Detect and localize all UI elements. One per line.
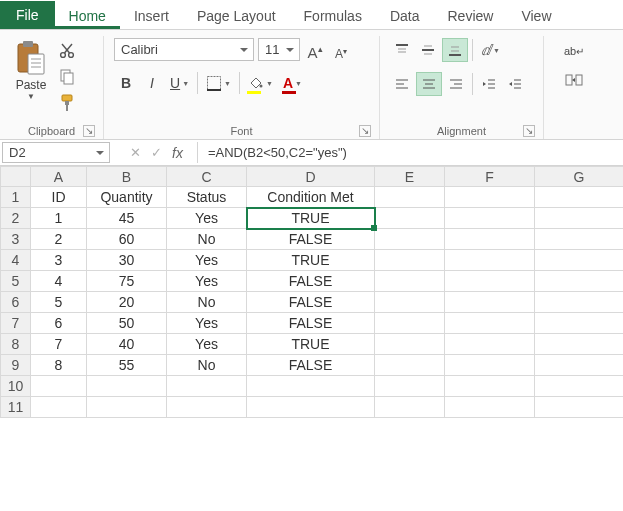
cell-A5[interactable]: 4	[31, 271, 87, 292]
cell-C8[interactable]: Yes	[167, 334, 247, 355]
cell-C7[interactable]: Yes	[167, 313, 247, 334]
tab-formulas[interactable]: Formulas	[290, 2, 376, 29]
tab-review[interactable]: Review	[434, 2, 508, 29]
cell-C6[interactable]: No	[167, 292, 247, 313]
cell-C1[interactable]: Status	[167, 187, 247, 208]
col-header-B[interactable]: B	[87, 167, 167, 187]
align-left-button[interactable]	[390, 72, 414, 96]
font-color-button[interactable]: A ▼	[279, 71, 306, 95]
font-dialog-launcher[interactable]: ↘	[359, 125, 371, 137]
cell-D4[interactable]: TRUE	[247, 250, 375, 271]
cell-G9[interactable]	[535, 355, 624, 376]
cell-F5[interactable]	[445, 271, 535, 292]
format-painter-button[interactable]	[56, 92, 78, 114]
align-center-button[interactable]	[416, 72, 442, 96]
cell-F4[interactable]	[445, 250, 535, 271]
cell-C9[interactable]: No	[167, 355, 247, 376]
cell-B4[interactable]: 30	[87, 250, 167, 271]
cell-B9[interactable]: 55	[87, 355, 167, 376]
cell-G7[interactable]	[535, 313, 624, 334]
col-header-F[interactable]: F	[445, 167, 535, 187]
italic-button[interactable]: I	[140, 71, 164, 95]
cell-F8[interactable]	[445, 334, 535, 355]
merge-center-button[interactable]	[554, 68, 594, 92]
cell-A8[interactable]: 7	[31, 334, 87, 355]
underline-button[interactable]: U▼	[166, 71, 193, 95]
cell-B2[interactable]: 45	[87, 208, 167, 229]
increase-font-button[interactable]: A▴	[304, 39, 326, 61]
row-header[interactable]: 3	[1, 229, 31, 250]
cell-E5[interactable]	[375, 271, 445, 292]
cell-G6[interactable]	[535, 292, 624, 313]
tab-home[interactable]: Home	[55, 2, 120, 29]
cell-G3[interactable]	[535, 229, 624, 250]
cancel-formula-button[interactable]: ✕	[130, 145, 141, 160]
cell-A6[interactable]: 5	[31, 292, 87, 313]
cell-D1[interactable]: Condition Met	[247, 187, 375, 208]
cell-C3[interactable]: No	[167, 229, 247, 250]
row-header[interactable]: 6	[1, 292, 31, 313]
row-header[interactable]: 5	[1, 271, 31, 292]
align-right-button[interactable]	[444, 72, 468, 96]
cell-G5[interactable]	[535, 271, 624, 292]
cell-D2[interactable]: TRUE	[247, 208, 375, 229]
fill-color-button[interactable]: ▼	[244, 71, 277, 95]
cell-A7[interactable]: 6	[31, 313, 87, 334]
cell-F10[interactable]	[445, 376, 535, 397]
paste-button[interactable]: Paste ▼	[10, 38, 52, 103]
cell-E2[interactable]	[375, 208, 445, 229]
col-header-E[interactable]: E	[375, 167, 445, 187]
cell-E8[interactable]	[375, 334, 445, 355]
row-header[interactable]: 1	[1, 187, 31, 208]
row-header[interactable]: 9	[1, 355, 31, 376]
col-header-D[interactable]: D	[247, 167, 375, 187]
cell-C4[interactable]: Yes	[167, 250, 247, 271]
col-header-G[interactable]: G	[535, 167, 624, 187]
cell-F1[interactable]	[445, 187, 535, 208]
cell-B7[interactable]: 50	[87, 313, 167, 334]
col-header-C[interactable]: C	[167, 167, 247, 187]
cell-B10[interactable]	[87, 376, 167, 397]
cell-G11[interactable]	[535, 397, 624, 418]
cell-D5[interactable]: FALSE	[247, 271, 375, 292]
cell-B3[interactable]: 60	[87, 229, 167, 250]
decrease-indent-button[interactable]	[477, 72, 501, 96]
cell-E3[interactable]	[375, 229, 445, 250]
decrease-font-button[interactable]: A▾	[330, 39, 352, 61]
cell-D7[interactable]: FALSE	[247, 313, 375, 334]
cell-D9[interactable]: FALSE	[247, 355, 375, 376]
cell-A2[interactable]: 1	[31, 208, 87, 229]
row-header[interactable]: 8	[1, 334, 31, 355]
cell-E9[interactable]	[375, 355, 445, 376]
cell-B11[interactable]	[87, 397, 167, 418]
row-header[interactable]: 7	[1, 313, 31, 334]
formula-bar[interactable]: =AND(B2<50,C2="yes")	[197, 142, 623, 163]
insert-function-button[interactable]: fx	[172, 145, 183, 161]
cell-C11[interactable]	[167, 397, 247, 418]
cell-D6[interactable]: FALSE	[247, 292, 375, 313]
wrap-text-button[interactable]: ab↵	[554, 38, 594, 62]
cell-A9[interactable]: 8	[31, 355, 87, 376]
cell-E7[interactable]	[375, 313, 445, 334]
cell-G10[interactable]	[535, 376, 624, 397]
tab-file[interactable]: File	[0, 1, 55, 29]
align-bottom-button[interactable]	[442, 38, 468, 62]
select-all-corner[interactable]	[1, 167, 31, 187]
copy-button[interactable]	[56, 66, 78, 88]
cell-B6[interactable]: 20	[87, 292, 167, 313]
cell-D11[interactable]	[247, 397, 375, 418]
cell-A3[interactable]: 2	[31, 229, 87, 250]
alignment-dialog-launcher[interactable]: ↘	[523, 125, 535, 137]
cell-D8[interactable]: TRUE	[247, 334, 375, 355]
cell-B8[interactable]: 40	[87, 334, 167, 355]
tab-view[interactable]: View	[507, 2, 565, 29]
tab-data[interactable]: Data	[376, 2, 434, 29]
align-middle-button[interactable]	[416, 38, 440, 62]
row-header[interactable]: 2	[1, 208, 31, 229]
cell-F3[interactable]	[445, 229, 535, 250]
cell-B1[interactable]: Quantity	[87, 187, 167, 208]
cell-D10[interactable]	[247, 376, 375, 397]
name-box[interactable]: D2	[2, 142, 110, 163]
tab-insert[interactable]: Insert	[120, 2, 183, 29]
cell-A10[interactable]	[31, 376, 87, 397]
